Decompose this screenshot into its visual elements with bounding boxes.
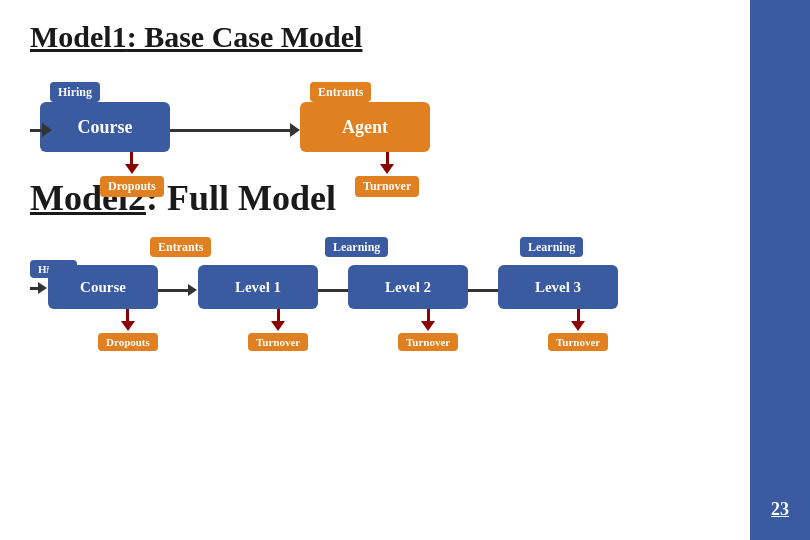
hiring2-arrow [30,282,47,294]
turnover3-section: Turnover [548,309,608,351]
course-box: Course [40,102,170,152]
learning2-label: Learning [520,237,583,255]
dropouts2-section: Dropouts [98,309,158,351]
turnover-section: Turnover [355,152,419,197]
level1-box: Level 1 [198,265,318,309]
model1-title-suffix: : Base Case Model [127,20,363,53]
agent-box: Agent [300,102,430,152]
model1-diagram: Hiring Course Entrants [30,74,720,169]
model2-title-suffix: : Full Model [146,178,336,218]
course-to-level1-arrow [158,284,197,296]
turnover2-section: Turnover [398,309,458,351]
turnover1-section: Turnover [248,309,308,351]
dropouts-section: Dropouts [100,152,164,197]
level3-box: Level 3 [498,265,618,309]
model2-diagram: Entrants Learning Learning Hiring [30,237,720,407]
hiring-label: Hiring [50,82,100,100]
right-sidebar: 23 [750,0,810,540]
level2-box: Level 2 [348,265,468,309]
entrants2-label: Entrants [150,237,211,255]
hiring-arrow [30,123,52,137]
main-content: Model1: Base Case Model Hiring Course [0,0,750,540]
course-to-agent-arrow [170,123,300,137]
entrants-label: Entrants [310,82,371,100]
model1-title-prefix: Model1 [30,20,127,53]
page-number: 23 [771,499,789,520]
course2-box: Course [48,265,158,309]
model1-title: Model1: Base Case Model [30,20,720,54]
learning1-label: Learning [325,237,388,255]
